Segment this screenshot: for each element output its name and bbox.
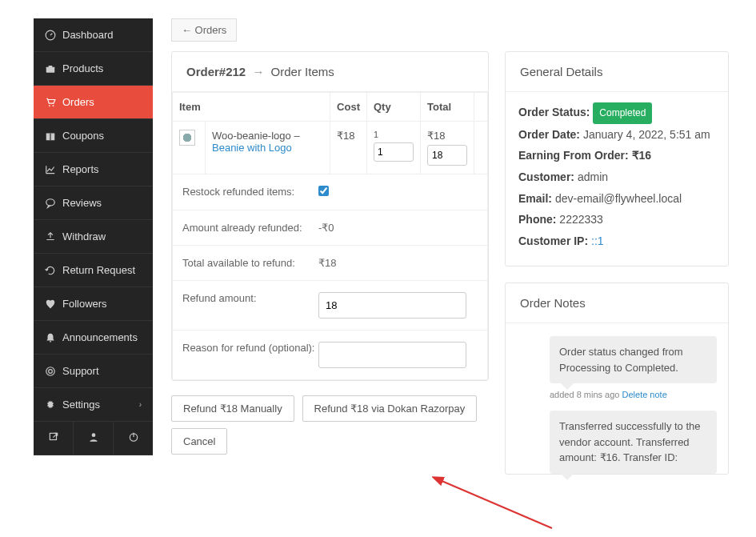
email-label: Email:: [518, 192, 552, 205]
power-button[interactable]: [114, 422, 153, 455]
earning-label: Earning From Order:: [518, 149, 629, 162]
delete-note-link[interactable]: Delete note: [622, 390, 667, 399]
item-name-prefix: Woo-beanie-logo –: [212, 130, 300, 142]
sidebar-item-dashboard[interactable]: Dashboard: [34, 18, 153, 52]
svg-point-8: [46, 198, 55, 205]
sidebar-item-label: Return Request: [62, 264, 135, 276]
item-cost: ₹18: [330, 122, 367, 174]
sidebar-item-coupons[interactable]: Coupons: [34, 119, 153, 153]
total-input[interactable]: [427, 145, 467, 166]
bell-icon: [45, 332, 62, 343]
item-name-cell: Woo-beanie-logo – Beanie with Logo: [206, 122, 330, 174]
date-value: January 4, 2022, 5:51 am: [583, 128, 710, 141]
back-to-orders-button[interactable]: ← Orders: [171, 18, 237, 42]
earning-value: ₹16: [632, 149, 652, 162]
main-content: ← Orders Order#212 → Order Items Item Co…: [171, 18, 747, 475]
sidebar-item-label: Orders: [62, 96, 94, 108]
restock-checkbox[interactable]: [318, 186, 329, 196]
svg-point-10: [46, 367, 55, 375]
sidebar-item-withdraw[interactable]: Withdraw: [34, 220, 153, 254]
refund-reason-label: Reason for refund (optional):: [182, 342, 318, 368]
refund-amount-input[interactable]: [318, 292, 466, 319]
profile-button[interactable]: [74, 422, 114, 455]
sidebar-item-products[interactable]: Products: [34, 52, 153, 86]
sidebar-item-reviews[interactable]: Reviews: [34, 186, 153, 220]
sidebar-item-settings[interactable]: Settings ›: [34, 388, 153, 422]
note-meta: added 8 mins ago Delete note: [550, 390, 717, 399]
chevron-right-icon: ›: [139, 400, 142, 409]
refund-manually-button[interactable]: Refund ₹18 Manually: [171, 395, 294, 422]
product-thumbnail: [179, 130, 195, 146]
refund-razorpay-button[interactable]: Refund ₹18 via Dokan Razorpay: [302, 395, 478, 422]
svg-line-17: [440, 480, 552, 528]
svg-point-9: [50, 340, 51, 342]
sidebar-item-reports[interactable]: Reports: [34, 153, 153, 186]
note-time: added 8 mins ago: [550, 390, 619, 399]
col-total: Total: [421, 93, 474, 122]
order-subtitle: Order Items: [271, 65, 334, 78]
order-notes-title: Order Notes: [506, 283, 728, 323]
sidebar-item-label: Products: [62, 62, 103, 74]
phone-label: Phone:: [518, 213, 556, 226]
qty-stepper[interactable]: [374, 142, 414, 162]
dashboard-icon: [45, 30, 62, 41]
email-value: dev-email@flywheel.local: [555, 192, 682, 205]
gear-icon: [45, 399, 62, 411]
svg-rect-13: [50, 433, 56, 439]
table-row: Woo-beanie-logo – Beanie with Logo ₹18 1…: [173, 122, 488, 174]
comment-icon: [45, 198, 62, 209]
refund-amount-label: Refund amount:: [182, 292, 318, 319]
svg-point-3: [49, 105, 50, 106]
svg-rect-2: [49, 65, 53, 66]
external-link-button[interactable]: [34, 422, 74, 455]
sidebar-item-support[interactable]: Support: [34, 355, 153, 388]
item-qty: 1: [374, 130, 414, 139]
ip-label: Customer IP:: [518, 234, 588, 247]
svg-point-4: [53, 105, 54, 106]
item-link[interactable]: Beanie with Logo: [212, 142, 292, 154]
sidebar-item-label: Settings: [62, 399, 100, 411]
col-qty: Qty: [367, 93, 421, 122]
sidebar: Dashboard Products Orders Coupons Report…: [34, 18, 153, 455]
sidebar-item-label: Followers: [62, 298, 107, 310]
sidebar-item-followers[interactable]: Followers: [34, 287, 153, 321]
sidebar-item-return-request[interactable]: Return Request: [34, 254, 153, 287]
already-refunded-label: Amount already refunded:: [182, 222, 318, 234]
sidebar-item-orders[interactable]: Orders: [34, 86, 153, 119]
refund-action-buttons: Refund ₹18 Manually Refund ₹18 via Dokan…: [171, 395, 489, 461]
available-refund-value: ₹18: [318, 257, 478, 269]
heart-icon: [45, 299, 62, 310]
cancel-button[interactable]: Cancel: [171, 428, 227, 455]
briefcase-icon: [45, 63, 62, 74]
chart-icon: [45, 164, 62, 175]
sidebar-item-label: Dashboard: [62, 29, 114, 41]
refund-reason-input[interactable]: [318, 342, 466, 368]
order-title: Order#212: [186, 65, 246, 78]
cart-icon: [45, 97, 62, 108]
svg-rect-1: [46, 66, 55, 72]
sidebar-item-announcements[interactable]: Announcements: [34, 321, 153, 355]
gift-icon: [45, 130, 62, 142]
sidebar-item-label: Reports: [62, 163, 99, 175]
status-badge: Completed: [593, 102, 652, 124]
return-icon: [45, 265, 62, 276]
order-items-table: Item Cost Qty Total Woo-beanie-logo – Be…: [172, 92, 488, 174]
order-items-header: Order#212 → Order Items: [172, 52, 488, 92]
sidebar-item-label: Announcements: [62, 331, 138, 343]
phone-value: 2222333: [559, 213, 603, 226]
restock-label: Restock refunded items:: [182, 186, 318, 198]
note-bubble: Order status changed from Processing to …: [550, 336, 717, 383]
sidebar-item-label: Coupons: [62, 130, 104, 142]
item-total: ₹18: [427, 130, 467, 142]
note-bubble: Transferred successfully to the vendor a…: [550, 411, 717, 474]
svg-point-11: [49, 369, 53, 373]
order-notes-panel: Order Notes Order status changed from Pr…: [505, 283, 729, 475]
refund-section: Restock refunded items: Amount already r…: [172, 174, 488, 380]
arrow-separator: →: [252, 65, 264, 78]
available-refund-label: Total available to refund:: [182, 257, 318, 269]
sidebar-item-label: Reviews: [62, 197, 102, 209]
col-item: Item: [173, 93, 330, 122]
customer-label: Customer:: [518, 170, 574, 183]
ip-link[interactable]: ::1: [591, 234, 604, 247]
upload-icon: [45, 231, 62, 242]
